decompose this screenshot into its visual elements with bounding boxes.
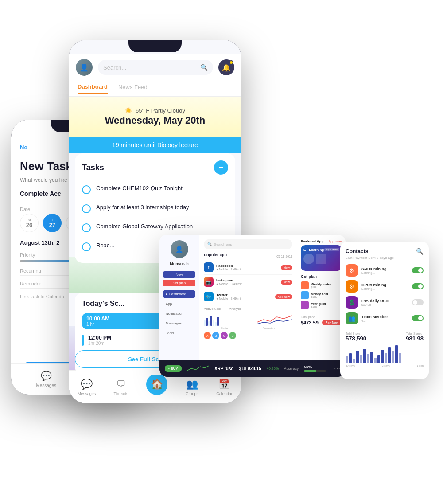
oc1-user-avatar-3: C bbox=[221, 332, 228, 339]
oc1-featured-label: Featured App bbox=[301, 239, 323, 243]
oc1-plan-name-year: Year guild bbox=[311, 302, 326, 305]
oc1-menu-dashboard[interactable]: ● Dashboard bbox=[163, 290, 195, 298]
oc1-app-info-instagram: Instagram ● Mobile 3.49 min bbox=[216, 278, 242, 285]
task-item-2[interactable]: Apply for at least 3 internships today bbox=[82, 199, 228, 218]
task-item-3[interactable]: Complete Global Gateway Application bbox=[82, 218, 228, 237]
oc1-menu-app[interactable]: App bbox=[163, 300, 195, 308]
main-nav-calendar[interactable]: 📅 Calendar bbox=[216, 379, 233, 396]
back-tab-active[interactable]: Ne bbox=[20, 144, 27, 152]
oc1-more-options-icon[interactable]: ⋯ bbox=[334, 365, 340, 372]
oc1-set-button[interactable]: Set plan bbox=[163, 280, 195, 286]
oc1-total-price: $473.59 bbox=[301, 320, 319, 325]
oc1-plan-name-mandy: Mandy field bbox=[311, 293, 328, 296]
oc1-plan-val-mandy: $18k bbox=[311, 296, 328, 298]
oc2-team-info: Team Member 4... bbox=[361, 315, 388, 322]
oc1-app-sub-facebook: ● Mobile 3.49 min bbox=[216, 268, 242, 271]
notification-button[interactable]: 🔔 bbox=[218, 59, 234, 75]
oc1-buy-button[interactable]: • BUY bbox=[165, 365, 182, 372]
oc2-gpus-sub: Earning... bbox=[361, 271, 387, 274]
oc1-now-button[interactable]: Now bbox=[163, 271, 195, 278]
oc1-menu-tools[interactable]: Tools bbox=[163, 329, 195, 337]
main-nav-threads[interactable]: 🗨 Threads bbox=[114, 379, 128, 396]
oc1-feat-tag: App store bbox=[324, 248, 339, 251]
date-chip-m[interactable]: M 26 bbox=[20, 214, 39, 232]
nav-calendar-icon: 📅 bbox=[218, 379, 230, 390]
oc2-cpus-icon: ⚙ bbox=[346, 280, 358, 293]
oc1-search-bar[interactable]: 🔍 Search app bbox=[204, 239, 292, 249]
task-checkbox-1[interactable] bbox=[82, 185, 91, 194]
oc1-view-button-twitter[interactable]: Add now bbox=[275, 294, 292, 299]
task-text-1: Complete CHEM102 Quiz Tonight bbox=[96, 184, 183, 192]
oc2-ext-sub: $29.08 bbox=[361, 303, 389, 306]
oc1-app-row-facebook[interactable]: f Facebook ● Mobile 3.49 min view bbox=[204, 262, 292, 275]
main-nav-groups[interactable]: 👥 Groups bbox=[185, 379, 198, 396]
oc2-cpus-name: CPUs mining bbox=[361, 283, 386, 287]
twitter-icon: 🐦 bbox=[204, 292, 214, 301]
oc2-label-30days: 30 days bbox=[346, 364, 355, 367]
task-item-1[interactable]: Complete CHEM102 Quiz Tonight bbox=[82, 180, 228, 199]
task-checkbox-4[interactable] bbox=[82, 242, 91, 251]
alert-banner: 19 minutes until Biology lecture bbox=[69, 137, 241, 153]
oc1-plan-info-year: Year guild $18k bbox=[311, 302, 326, 308]
oc2-cpus-toggle[interactable] bbox=[412, 283, 424, 289]
oc1-view-button-facebook[interactable]: view bbox=[281, 265, 292, 270]
back-nav-messages[interactable]: 💬 Messages bbox=[36, 371, 56, 388]
oc2-gpus-toggle[interactable] bbox=[412, 267, 424, 273]
oc1-menu-notification[interactable]: Notification bbox=[163, 309, 195, 318]
oc1-analytics-title: Active user Analytic bbox=[204, 307, 292, 311]
oc1-view-button-instagram[interactable]: view bbox=[281, 280, 292, 285]
sun-icon: ☀️ bbox=[125, 107, 132, 114]
oc1-plan-icon-mandy bbox=[301, 291, 309, 299]
oc1-pay-now-button[interactable]: Pay Now bbox=[322, 320, 342, 325]
add-task-button[interactable]: + bbox=[214, 160, 228, 175]
oc1-analytics-section: Active user Analytic bbox=[204, 307, 292, 329]
oc2-total-spend: Total Spend 981.98 bbox=[406, 332, 424, 342]
oc1-plan-icon-year bbox=[301, 301, 309, 309]
oc1-featured-header: Featured App App more bbox=[301, 239, 342, 243]
user-avatar[interactable]: 👤 bbox=[76, 59, 93, 76]
home-icon: 🏠 bbox=[151, 379, 163, 390]
oc1-popular-title: Populer app bbox=[204, 253, 227, 257]
notification-dot bbox=[229, 60, 233, 65]
oc2-contact-team: 👥 Team Member 4... bbox=[346, 312, 424, 324]
oc1-app-row-instagram[interactable]: 📷 Instagram ● Mobile 3.49 min view bbox=[204, 277, 292, 289]
oc2-contact-gpus: ⚙ GPUs mining Earning... bbox=[346, 264, 424, 277]
weather-text: 65° F Partly Cloudy bbox=[136, 107, 185, 114]
oc1-plan-val-year: $18k bbox=[311, 305, 326, 308]
oc1-price-row: Total price $473.59 Pay Now bbox=[301, 313, 342, 325]
oc2-ext-toggle[interactable] bbox=[412, 299, 424, 305]
search-bar[interactable]: Search... 🔍 bbox=[98, 60, 213, 75]
nav-calendar-label: Calendar bbox=[216, 391, 233, 396]
oc2-team-toggle[interactable] bbox=[412, 315, 424, 321]
oc2-ext-toggle-thumb bbox=[413, 300, 417, 305]
oc2-chart-labels: 30 days 2 days 1 den bbox=[346, 364, 424, 367]
main-notch bbox=[128, 40, 182, 52]
oc1-menu-messages[interactable]: Messages bbox=[163, 319, 195, 328]
main-nav-home[interactable]: 🏠 bbox=[146, 378, 167, 396]
nav-threads-label: Threads bbox=[114, 391, 128, 396]
tab-news-feed[interactable]: News Feed bbox=[118, 84, 148, 93]
oc1-total-label: Total price bbox=[301, 316, 342, 319]
oc1-plan-icon-weekly bbox=[301, 281, 309, 289]
oc2-total-invest: Total Invest 578,590 bbox=[346, 332, 366, 342]
oc1-app-name-twitter: Twitter bbox=[216, 293, 242, 297]
oc1-search-placeholder: Search app bbox=[214, 242, 232, 246]
avatar-image: 👤 bbox=[76, 59, 93, 76]
oc2-cpus-sub: Earning... bbox=[361, 287, 386, 290]
schedule-dur-2: 1hr 20m bbox=[88, 341, 111, 346]
schedule-slot-2: 12:00 PM 1hr 20m bbox=[88, 335, 111, 346]
tasks-title: Tasks bbox=[82, 163, 104, 172]
date-chip-t[interactable]: T 27 bbox=[43, 214, 62, 232]
main-nav-messages[interactable]: 💬 Messages bbox=[78, 379, 96, 396]
nav-messages-icon: 💬 bbox=[81, 379, 93, 390]
oc1-app-row-twitter[interactable]: 🐦 Twitter ● Mobile 3.49 min Add now bbox=[204, 292, 292, 304]
oc2-gpus-toggle-thumb bbox=[418, 268, 423, 273]
tab-dashboard[interactable]: Dashboard bbox=[78, 83, 108, 94]
task-checkbox-3[interactable] bbox=[82, 223, 91, 232]
facebook-icon: f bbox=[204, 262, 214, 272]
oc1-crypto-price: $18 928.15 bbox=[239, 366, 261, 371]
oc2-spend-value: 981.98 bbox=[406, 335, 424, 342]
task-checkbox-2[interactable] bbox=[82, 204, 91, 213]
oc2-search-icon[interactable]: 🔍 bbox=[416, 248, 424, 255]
home-button[interactable]: 🏠 bbox=[146, 374, 167, 395]
